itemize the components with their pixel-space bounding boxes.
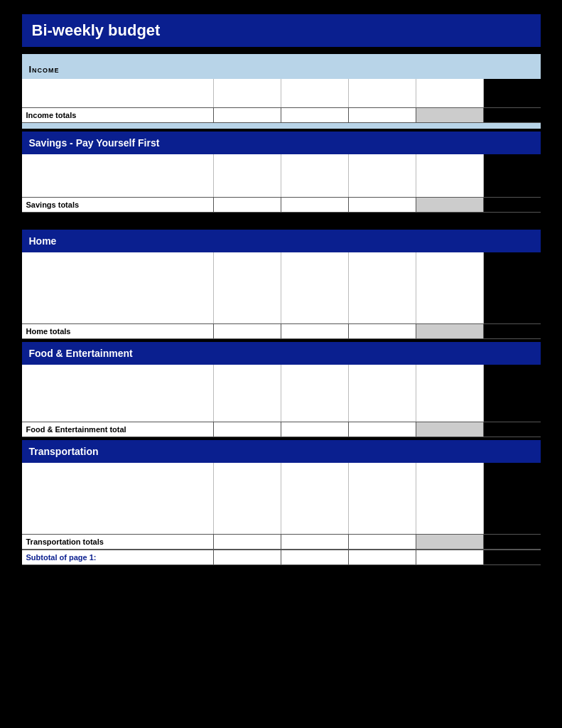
subtotal-cell-1[interactable] — [214, 550, 281, 564]
home-cell-5-4[interactable] — [349, 309, 416, 323]
home-cell-3-2[interactable] — [214, 281, 281, 295]
trans-totals-cell-1[interactable] — [214, 535, 281, 549]
food-cell-4-4[interactable] — [349, 407, 416, 422]
home-cell-4-5[interactable] — [416, 295, 484, 309]
savings-cell-1-5[interactable] — [416, 154, 484, 168]
food-totals-cell-2[interactable] — [281, 422, 349, 437]
trans-cell-3-4[interactable] — [349, 491, 416, 505]
trans-cell-1-5[interactable] — [416, 463, 484, 477]
food-cell-3-5[interactable] — [416, 393, 484, 407]
trans-cell-1-3[interactable] — [281, 463, 349, 477]
home-cell-1-3[interactable] — [281, 252, 349, 267]
food-totals-cell-3[interactable] — [349, 422, 416, 437]
food-cell-1-2[interactable] — [214, 365, 281, 379]
savings-cell-2-4[interactable] — [349, 168, 416, 183]
savings-cell-1-4[interactable] — [349, 154, 416, 168]
income-cell-2-4[interactable] — [349, 93, 416, 107]
food-cell-1-5[interactable] — [416, 365, 484, 379]
food-cell-2-2[interactable] — [214, 379, 281, 393]
subtotal-cell-2[interactable] — [281, 550, 349, 564]
income-cell-1-4[interactable] — [349, 79, 416, 93]
savings-cell-2-5[interactable] — [416, 168, 484, 183]
food-cell-4-3[interactable] — [281, 407, 349, 422]
food-cell-3-3[interactable] — [281, 393, 349, 407]
home-totals-cell-3[interactable] — [349, 324, 416, 338]
trans-cell-5-5[interactable] — [416, 520, 484, 534]
home-cell-5-2[interactable] — [214, 309, 281, 323]
income-cell-1-5[interactable] — [416, 79, 484, 93]
home-cell-4-4[interactable] — [349, 295, 416, 309]
trans-cell-5-3[interactable] — [281, 520, 349, 534]
trans-totals-cell-3[interactable] — [349, 535, 416, 549]
food-totals-cell-1[interactable] — [214, 422, 281, 437]
home-cell-4-1[interactable] — [22, 295, 214, 309]
home-totals-cell-2[interactable] — [281, 324, 349, 338]
income-cell-1-1[interactable] — [22, 79, 214, 93]
food-cell-2-5[interactable] — [416, 379, 484, 393]
trans-cell-1-4[interactable] — [349, 463, 416, 477]
food-cell-1-3[interactable] — [281, 365, 349, 379]
savings-cell-3-2[interactable] — [214, 183, 281, 197]
home-cell-2-5[interactable] — [416, 267, 484, 281]
savings-cell-2-3[interactable] — [281, 168, 349, 183]
home-cell-3-1[interactable] — [22, 281, 214, 295]
trans-cell-2-4[interactable] — [349, 477, 416, 491]
trans-totals-cell-2[interactable] — [281, 535, 349, 549]
income-totals-cell-2[interactable] — [281, 108, 349, 122]
trans-cell-3-1[interactable] — [22, 491, 214, 505]
trans-cell-4-3[interactable] — [281, 505, 349, 520]
home-cell-4-3[interactable] — [281, 295, 349, 309]
home-cell-2-2[interactable] — [214, 267, 281, 281]
savings-cell-3-1[interactable] — [22, 183, 214, 197]
home-cell-1-5[interactable] — [416, 252, 484, 267]
income-cell-2-5[interactable] — [416, 93, 484, 107]
subtotal-cell-3[interactable] — [349, 550, 416, 564]
home-cell-2-3[interactable] — [281, 267, 349, 281]
food-cell-3-1[interactable] — [22, 393, 214, 407]
trans-cell-5-2[interactable] — [214, 520, 281, 534]
home-cell-3-3[interactable] — [281, 281, 349, 295]
home-cell-4-2[interactable] — [214, 295, 281, 309]
food-totals-cell-4[interactable] — [416, 422, 484, 437]
food-cell-4-2[interactable] — [214, 407, 281, 422]
savings-cell-2-1[interactable] — [22, 168, 214, 183]
trans-cell-3-5[interactable] — [416, 491, 484, 505]
trans-cell-1-1[interactable] — [22, 463, 214, 477]
income-totals-cell-3[interactable] — [349, 108, 416, 122]
trans-cell-2-5[interactable] — [416, 477, 484, 491]
food-cell-2-4[interactable] — [349, 379, 416, 393]
home-cell-3-4[interactable] — [349, 281, 416, 295]
subtotal-cell-4[interactable] — [416, 550, 484, 564]
trans-cell-5-4[interactable] — [349, 520, 416, 534]
home-cell-5-3[interactable] — [281, 309, 349, 323]
savings-cell-2-2[interactable] — [214, 168, 281, 183]
home-cell-1-1[interactable] — [22, 252, 214, 267]
savings-cell-3-3[interactable] — [281, 183, 349, 197]
home-cell-5-1[interactable] — [22, 309, 214, 323]
home-cell-5-5[interactable] — [416, 309, 484, 323]
savings-cell-1-3[interactable] — [281, 154, 349, 168]
home-totals-cell-4[interactable] — [416, 324, 484, 338]
trans-cell-3-2[interactable] — [214, 491, 281, 505]
savings-cell-1-1[interactable] — [22, 154, 214, 168]
savings-cell-1-2[interactable] — [214, 154, 281, 168]
trans-cell-4-5[interactable] — [416, 505, 484, 520]
income-totals-cell-1[interactable] — [214, 108, 281, 122]
food-cell-4-1[interactable] — [22, 407, 214, 422]
trans-cell-4-1[interactable] — [22, 505, 214, 520]
savings-totals-cell-3[interactable] — [349, 198, 416, 212]
trans-cell-4-2[interactable] — [214, 505, 281, 520]
home-cell-2-1[interactable] — [22, 267, 214, 281]
trans-cell-1-2[interactable] — [214, 463, 281, 477]
income-cell-1-2[interactable] — [214, 79, 281, 93]
home-cell-1-4[interactable] — [349, 252, 416, 267]
food-cell-3-4[interactable] — [349, 393, 416, 407]
food-cell-2-1[interactable] — [22, 379, 214, 393]
food-cell-4-5[interactable] — [416, 407, 484, 422]
savings-cell-3-4[interactable] — [349, 183, 416, 197]
trans-cell-2-3[interactable] — [281, 477, 349, 491]
trans-cell-2-1[interactable] — [22, 477, 214, 491]
trans-cell-5-1[interactable] — [22, 520, 214, 534]
food-cell-1-1[interactable] — [22, 365, 214, 379]
savings-totals-cell-2[interactable] — [281, 198, 349, 212]
